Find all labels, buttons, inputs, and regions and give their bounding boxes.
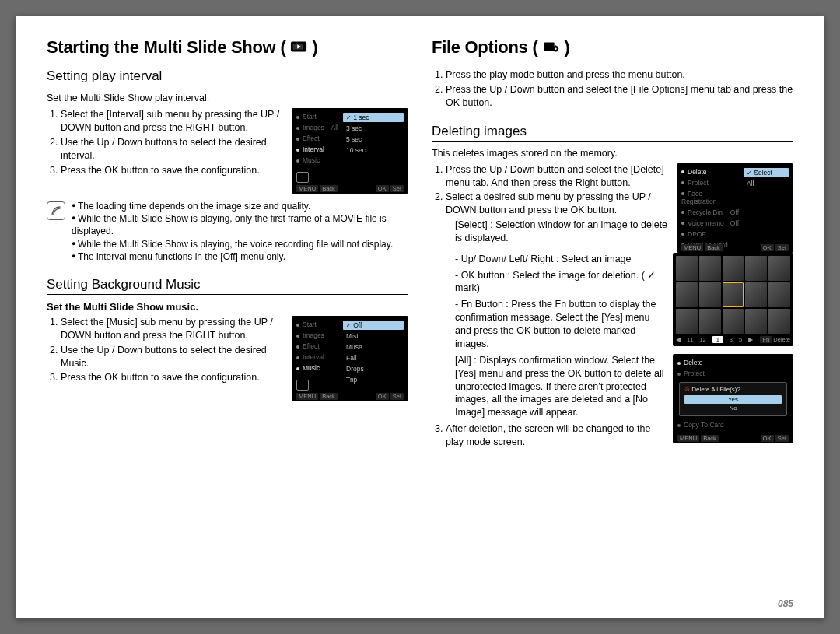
foot-key: OK bbox=[761, 244, 774, 251]
bgm-steps: Select the [Music] sub menu by pressing … bbox=[47, 316, 284, 384]
note-item: While the Multi Slide Show is playing, t… bbox=[72, 238, 408, 250]
thumbnail-selected bbox=[723, 282, 744, 307]
right-heading-text: File Options bbox=[432, 37, 528, 58]
page-number: 085 bbox=[778, 598, 793, 609]
step: Select the [Interval] sub menu by pressi… bbox=[61, 108, 284, 135]
note-box: The loading time depends on the image si… bbox=[47, 200, 408, 263]
foot-label: Back bbox=[320, 185, 338, 192]
num: 5 bbox=[739, 336, 742, 343]
confirm-dialog-screenshot: Delete Protect Delete All File(s)? Yes N… bbox=[673, 354, 793, 443]
confirm-dialog-mock: Delete Protect Delete All File(s)? Yes N… bbox=[673, 354, 793, 443]
option: 3 sec bbox=[343, 124, 404, 133]
file-options-top-steps: Press the play mode button and press the… bbox=[432, 68, 793, 110]
option-selected: Off bbox=[343, 321, 404, 330]
foot-label: Delete bbox=[773, 336, 790, 343]
mock-footer: MENU Back OK Set bbox=[681, 244, 789, 251]
thumbnail bbox=[768, 256, 790, 281]
menu-item: Start bbox=[296, 113, 338, 121]
thumbnail bbox=[745, 309, 767, 334]
menu-item-active: Delete bbox=[677, 359, 789, 366]
dialog-side-items: Delete Protect bbox=[677, 359, 789, 377]
mock-left-list: Delete Protect Face Registration Recycle… bbox=[681, 168, 739, 242]
mock-footer: MENU Back OK Set bbox=[296, 393, 404, 400]
mode-icon bbox=[296, 380, 309, 391]
thumbnail bbox=[699, 256, 721, 281]
foot-label: Set bbox=[775, 244, 789, 251]
thumbnail bbox=[768, 282, 790, 307]
num-current: 1 bbox=[712, 336, 723, 343]
deleting-text-3: [All] : Displays confirmation window. Se… bbox=[432, 354, 665, 455]
thumbnail bbox=[745, 282, 767, 307]
paren-open: ( bbox=[280, 37, 285, 58]
right-column: File Options ( ) Press the play mode but… bbox=[432, 37, 793, 603]
bgm-subhead: Set the Multi Slide Show music. bbox=[47, 301, 408, 313]
foot-key: OK bbox=[376, 185, 389, 192]
step: Use the Up / Down buttons to select the … bbox=[61, 344, 284, 370]
step: Press the OK button to save the configur… bbox=[61, 164, 284, 177]
mock-footer: MENU Back OK Set bbox=[677, 435, 789, 442]
option-selected: Select bbox=[744, 168, 789, 177]
dialog-question: Delete All File(s)? bbox=[684, 386, 782, 393]
bgm-text: Select the [Music] sub menu by pressing … bbox=[47, 316, 284, 391]
foot-label: Set bbox=[390, 393, 404, 400]
left-heading: Starting the Multi Slide Show ( ) bbox=[47, 37, 408, 58]
file-options-icon bbox=[543, 37, 560, 58]
deleting-row-3: [All] : Displays confirmation window. Se… bbox=[432, 354, 793, 455]
select-sub-3: - Fn Button : Press the Fn button to dis… bbox=[432, 298, 665, 351]
step: Select a desired sub menu by pressing th… bbox=[446, 191, 669, 217]
note-icon bbox=[47, 201, 65, 220]
select-sub-2: - OK button : Select the image for delet… bbox=[432, 269, 665, 296]
divider bbox=[47, 86, 408, 86]
option: Muse bbox=[343, 342, 404, 352]
foot-label: Set bbox=[775, 435, 789, 442]
mock-right-list: 1 sec 3 sec 5 sec 10 sec bbox=[343, 113, 404, 183]
foot-key: OK bbox=[376, 393, 389, 400]
foot-key: MENU bbox=[296, 185, 318, 192]
play-interval-row: Select the [Interval] sub menu by pressi… bbox=[47, 108, 408, 194]
all-label: [All] : Displays confirmation window. Se… bbox=[432, 354, 665, 419]
num: 11 bbox=[687, 336, 693, 343]
music-menu-mock: Start Images Effect Interval Music Off M… bbox=[292, 316, 408, 401]
section-play-interval-title: Setting play interval bbox=[47, 68, 408, 84]
play-interval-screenshot: Start ImagesAll Effect Interval Music 1 … bbox=[292, 108, 408, 194]
thumbnail bbox=[676, 256, 698, 281]
foot-key: MENU bbox=[677, 435, 699, 442]
thumbnail bbox=[699, 309, 721, 334]
paren-close: ) bbox=[565, 37, 570, 58]
dialog-no-button: No bbox=[684, 404, 782, 412]
thumbnail bbox=[723, 309, 744, 334]
option: All bbox=[744, 179, 789, 188]
option: 10 sec bbox=[343, 145, 404, 155]
menu-item-active: Interval bbox=[296, 145, 338, 153]
menu-item: Voice memoOff bbox=[681, 219, 739, 227]
option: 5 sec bbox=[343, 135, 404, 144]
thumbnail bbox=[676, 282, 698, 307]
note-item: The loading time depends on the image si… bbox=[72, 200, 408, 212]
menu-item-active: Music bbox=[296, 364, 338, 372]
manual-page: Starting the Multi Slide Show ( ) Settin… bbox=[16, 16, 824, 618]
step: After deletion, the screen will be chang… bbox=[446, 422, 665, 449]
svg-point-5 bbox=[555, 48, 556, 50]
confirm-dialog-box: Delete All File(s)? Yes No bbox=[679, 382, 787, 416]
step: Press the Up / Down button and select th… bbox=[446, 83, 793, 110]
thumbnail-mock: ◀ 11 12 1 3 5 ▶ Fn Delete bbox=[673, 253, 793, 346]
deleting-intro: This deletes images stored on the memory… bbox=[432, 148, 793, 159]
interval-menu-mock: Start ImagesAll Effect Interval Music 1 … bbox=[292, 108, 408, 194]
num: 12 bbox=[699, 336, 705, 343]
deleting-step-3: After deletion, the screen will be chang… bbox=[432, 422, 665, 449]
step: Press the play mode button and press the… bbox=[446, 68, 793, 82]
menu-item: Protect bbox=[677, 370, 789, 377]
thumbnail bbox=[676, 309, 698, 334]
mock-footer: MENU Back OK Set bbox=[296, 185, 404, 192]
option: Drops bbox=[343, 364, 404, 373]
mock-left-list: Start Images Effect Interval Music bbox=[296, 321, 338, 391]
menu-item: Music bbox=[296, 156, 338, 164]
note-item: While the Multi Slide Show is playing, o… bbox=[72, 212, 408, 237]
menu-item: Face Registration bbox=[681, 190, 739, 205]
menu-item: DPOF bbox=[681, 230, 739, 238]
thumbnail bbox=[745, 256, 767, 281]
thumb-actions: Fn Delete bbox=[760, 336, 790, 343]
play-interval-steps: Select the [Interval] sub menu by pressi… bbox=[47, 108, 284, 177]
deleting-text-2: - Up/ Down/ Left/ Right : Select an imag… bbox=[432, 253, 665, 354]
step: Select the [Music] sub menu by pressing … bbox=[61, 316, 284, 342]
